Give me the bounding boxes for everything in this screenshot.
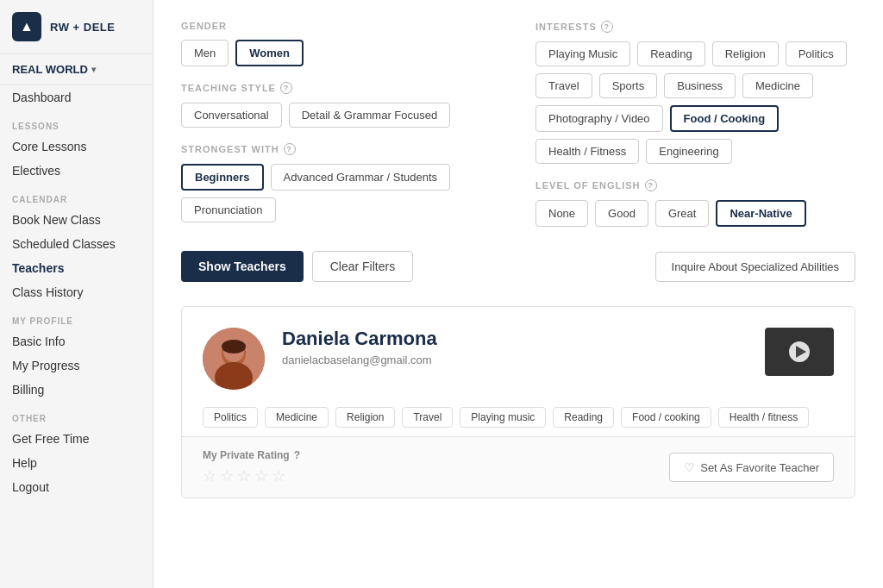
avatar-svg (203, 328, 265, 390)
interest-option-sports[interactable]: Sports (599, 73, 658, 98)
star-5[interactable]: ☆ (272, 466, 285, 485)
level-english-help-icon[interactable]: ? (645, 179, 657, 191)
interest-option-travel[interactable]: Travel (535, 73, 592, 98)
teacher-name: Daniela Carmona (282, 328, 748, 350)
teacher-tag-food-cooking: Food / cooking (621, 407, 711, 428)
level-english-options: NoneGoodGreatNear-Native (535, 200, 855, 227)
level-option-great[interactable]: Great (655, 200, 710, 227)
teacher-tag-medicine: Medicine (265, 407, 329, 428)
strongest-with-help-icon[interactable]: ? (284, 143, 296, 155)
interest-option-health-fitness[interactable]: Health / Fitness (535, 139, 639, 164)
sidebar-nav: DashboardLESSONSCore LessonsElectivesCAL… (0, 85, 153, 499)
teacher-card: Daniela Carmona danielacbaselang@gmail.c… (181, 306, 855, 498)
teacher-tag-playing-music: Playing music (460, 407, 546, 428)
level-english-label: LEVEL OF ENGLISH ? (535, 179, 855, 191)
set-favorite-button[interactable]: ♡ Set As Favorite Teacher (669, 453, 834, 482)
interest-option-food-cooking[interactable]: Food / Cooking (670, 105, 780, 132)
gender-option-men[interactable]: Men (181, 40, 229, 66)
rating-left: My Private Rating ? ☆☆☆☆☆ (203, 449, 300, 485)
teacher-tag-travel: Travel (402, 407, 453, 428)
teacher-tag-health-fitness: Health / fitness (718, 407, 809, 428)
sidebar-item-class-history[interactable]: Class History (0, 280, 153, 304)
teacher-tag-politics: Politics (203, 407, 258, 428)
sidebar: ▲ RW + DELE REAL WORLD ▾ DashboardLESSON… (0, 0, 153, 588)
gender-options: MenWomen (181, 40, 501, 66)
teacher-info: Daniela Carmona danielacbaselang@gmail.c… (282, 328, 748, 366)
sidebar-section-other: OTHER (0, 402, 153, 427)
sidebar-item-dashboard[interactable]: Dashboard (0, 85, 153, 109)
svg-point-4 (222, 340, 246, 353)
sidebar-item-my-progress[interactable]: My Progress (0, 353, 153, 378)
interest-option-politics[interactable]: Politics (786, 41, 847, 66)
teacher-header: Daniela Carmona danielacbaselang@gmail.c… (203, 328, 834, 390)
interests-options: Playing MusicReadingReligionPoliticsTrav… (535, 41, 855, 164)
interest-option-playing-music[interactable]: Playing Music (535, 41, 630, 66)
strongest-with-options: BeginnersAdvanced Grammar / StudentsPron… (181, 164, 501, 222)
interest-option-medicine[interactable]: Medicine (742, 73, 813, 98)
teaching-style-help-icon[interactable]: ? (280, 82, 292, 94)
heart-icon: ♡ (684, 460, 695, 474)
star-3[interactable]: ☆ (237, 466, 251, 485)
action-row-left: Show Teachers Clear Filters (181, 251, 413, 282)
interest-option-reading[interactable]: Reading (637, 41, 705, 66)
star-2[interactable]: ☆ (220, 466, 234, 485)
action-row-right: Inquire About Specialized Abilities (655, 252, 855, 282)
interest-option-religion[interactable]: Religion (712, 41, 779, 66)
sidebar-section-calendar: CALENDAR (0, 183, 153, 208)
avatar-image (203, 328, 265, 390)
filters-right: INTERESTS ? Playing MusicReadingReligion… (535, 21, 855, 242)
sidebar-item-core-lessons[interactable]: Core Lessons (0, 134, 153, 159)
level-option-good[interactable]: Good (595, 200, 648, 227)
rating-help-icon[interactable]: ? (294, 449, 300, 461)
teaching-style-label: TEACHING STYLE ? (181, 82, 501, 94)
teaching-style-filter: TEACHING STYLE ? ConversationalDetail & … (181, 82, 501, 128)
logo-text: RW + DELE (50, 21, 115, 34)
teacher-tag-religion: Religion (335, 407, 395, 428)
clear-filters-button[interactable]: Clear Filters (312, 251, 413, 282)
interest-option-photography-video[interactable]: Photography / Video (535, 105, 663, 132)
teaching-style-options: ConversationalDetail & Grammar Focused (181, 103, 501, 128)
sidebar-item-teachers[interactable]: Teachers (0, 256, 153, 280)
sidebar-org[interactable]: REAL WORLD ▾ (0, 54, 153, 85)
level-english-filter: LEVEL OF ENGLISH ? NoneGoodGreatNear-Nat… (535, 179, 855, 227)
interests-help-icon[interactable]: ? (601, 21, 613, 33)
inquire-specialized-button[interactable]: Inquire About Specialized Abilities (655, 252, 855, 282)
star-4[interactable]: ☆ (254, 466, 268, 485)
sidebar-item-electives[interactable]: Electives (0, 159, 153, 183)
sidebar-item-basic-info[interactable]: Basic Info (0, 329, 153, 353)
logo-icon: ▲ (12, 12, 41, 41)
strongest-with-option-beginners[interactable]: Beginners (181, 164, 264, 191)
gender-label: GENDER (181, 21, 501, 31)
show-teachers-button[interactable]: Show Teachers (181, 251, 304, 282)
sidebar-item-logout[interactable]: Logout (0, 475, 153, 499)
action-row: Show Teachers Clear Filters Inquire Abou… (181, 251, 855, 282)
level-option-near-native[interactable]: Near-Native (716, 200, 805, 227)
interests-filter: INTERESTS ? Playing MusicReadingReligion… (535, 21, 855, 164)
gender-filter: GENDER MenWomen (181, 21, 501, 66)
teaching-style-option-conversational[interactable]: Conversational (181, 103, 282, 128)
rating-section: My Private Rating ? ☆☆☆☆☆ ♡ Set As Favor… (182, 436, 855, 497)
chevron-down-icon: ▾ (91, 65, 96, 74)
strongest-with-option-advanced-grammar-students[interactable]: Advanced Grammar / Students (271, 164, 450, 191)
sidebar-section-lessons: LESSONS (0, 109, 153, 134)
sidebar-item-billing[interactable]: Billing (0, 378, 153, 402)
teacher-email: danielacbaselang@gmail.com (282, 353, 748, 366)
strongest-with-filter: STRONGEST WITH ? BeginnersAdvanced Gramm… (181, 143, 501, 222)
main-content: GENDER MenWomen TEACHING STYLE ? Convers… (153, 0, 883, 588)
star-rating: ☆☆☆☆☆ (203, 466, 300, 485)
teacher-video-thumbnail[interactable] (765, 328, 834, 376)
strongest-with-option-pronunciation[interactable]: Pronunciation (181, 197, 276, 222)
gender-option-women[interactable]: Women (235, 40, 304, 66)
strongest-with-label: STRONGEST WITH ? (181, 143, 501, 155)
sidebar-item-get-free-time[interactable]: Get Free Time (0, 427, 153, 451)
interest-option-business[interactable]: Business (664, 73, 736, 98)
sidebar-item-help[interactable]: Help (0, 451, 153, 475)
teacher-tag-reading: Reading (553, 407, 614, 428)
teaching-style-option-detail-grammar-focused[interactable]: Detail & Grammar Focused (289, 103, 451, 128)
sidebar-item-book-new-class[interactable]: Book New Class (0, 208, 153, 232)
play-icon (789, 341, 810, 362)
star-1[interactable]: ☆ (203, 466, 216, 485)
interest-option-engineering[interactable]: Engineering (646, 139, 731, 164)
sidebar-item-scheduled-classes[interactable]: Scheduled Classes (0, 232, 153, 256)
level-option-none[interactable]: None (535, 200, 588, 227)
